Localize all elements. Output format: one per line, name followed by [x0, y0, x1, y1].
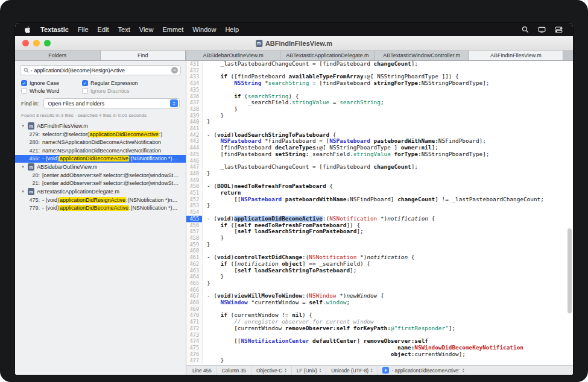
document-tab-abtextasticapplicationdelegate-m[interactable]: ABTextasticApplicationDelegate.m [280, 51, 375, 60]
find-scope-dropdown[interactable]: Open Files and Folders ▴▾ [43, 98, 180, 108]
code-line[interactable]: 442- (void)loadSearchStringToPasteboard … [186, 132, 573, 139]
code-line[interactable]: 463 [self loadSearchStringToPasteboard]; [186, 268, 573, 274]
apple-menu[interactable] [24, 26, 31, 34]
code-line[interactable]: 459} [186, 242, 573, 248]
code-line[interactable]: 464 } [186, 274, 573, 280]
close-button[interactable] [22, 40, 29, 46]
code-line[interactable]: 471 // unregister observer for current w… [186, 319, 573, 325]
result-match-row[interactable]: 280:name:NSApplicationDidBecomeActiveNot… [15, 139, 186, 147]
status-unicode-utf-8[interactable]: Unicode (UTF-8)▴▾ [326, 366, 378, 375]
minimize-button[interactable] [33, 40, 40, 46]
result-match-row[interactable]: 779:- (void)applicationDidBecomeActive:(… [15, 204, 186, 213]
code-line[interactable]: 434 NSString *searchString = [findPasteb… [186, 80, 573, 87]
code-line[interactable]: 436 if (searchString) { [186, 93, 573, 100]
menu-emmet[interactable]: Emmet [162, 26, 183, 33]
code-line[interactable]: 449 [186, 177, 573, 184]
code-line[interactable]: 475 name:NSWindowDidBecomeKeyNotificatio… [186, 345, 573, 351]
code-line[interactable]: 444 [findPasteboard declareTypes:@[ NSSt… [186, 145, 573, 151]
code-line[interactable]: 465} [186, 280, 573, 287]
code-line[interactable]: 467- (void)viewWillMoveToWindow:(NSWindo… [186, 293, 573, 299]
titlebar[interactable]: m ABFindInFilesView.m [15, 36, 573, 51]
code-line[interactable]: 431 _lastPasteboardChangeCount = [findPa… [186, 61, 573, 67]
disclosure-triangle-icon[interactable]: ▾ [21, 164, 25, 169]
code-line[interactable]: 447 _lastPasteboardChangeCount = [findPa… [186, 164, 573, 171]
code-line[interactable]: 455- (void)applicationDidBecomeActive:(N… [186, 216, 573, 222]
document-tab-abtextasticwindowcontroller-m[interactable]: ABTextasticWindowController.m [375, 51, 469, 60]
code-area[interactable]: 431 _lastPasteboardChangeCount = [findPa… [186, 61, 573, 365]
code-line[interactable]: 454 [186, 209, 573, 216]
result-match-row[interactable]: 421:name:NSApplicationDidBecomeActiveNot… [15, 146, 186, 155]
checkbox-regular-expression[interactable]: ✓ [82, 80, 88, 86]
code-line[interactable]: 450- (BOOL)needToRefreshFromPasteboard { [186, 183, 573, 190]
code-line[interactable]: 438 } [186, 106, 573, 113]
checkbox-whole-word[interactable] [21, 88, 27, 94]
code-line[interactable]: 474 [[NSNotificationCenter defaultCenter… [186, 338, 573, 345]
code-line[interactable]: 445 [findPasteboard setString:_searchFie… [186, 151, 573, 158]
code-line[interactable]: 452 [[NSPasteboard pasteboardWithName:NS… [186, 196, 573, 203]
code-line[interactable]: 456 if ([self needToRefreshFromPasteboar… [186, 222, 573, 229]
result-match-row[interactable]: 455:- (void)applicationDidBecomeActive:(… [15, 155, 186, 163]
code-line[interactable]: 441 [186, 125, 573, 132]
status-lf-unix[interactable]: LF (Unix)▴▾ [292, 366, 327, 375]
option-ignore-case[interactable]: ✓Ignore Case [21, 80, 80, 87]
code-line[interactable]: 476 object:currentWindow]; [186, 351, 573, 358]
option-regular-expression[interactable]: ✓Regular Expression [82, 80, 180, 87]
code-line[interactable]: 466 [186, 287, 573, 293]
menu-view[interactable]: View [139, 26, 154, 33]
clear-search-button[interactable]: × [171, 67, 178, 74]
code-line[interactable]: 461- (void)controlTextDidChange:(NSNotif… [186, 254, 573, 261]
code-line[interactable]: 457 [self loadSearchStringFromPasteboard… [186, 228, 573, 235]
code-line[interactable]: 469 [186, 306, 573, 313]
code-line[interactable]: 437 _searchField.stringValue = searchStr… [186, 99, 573, 106]
disclosure-triangle-icon[interactable]: ▾ [21, 189, 25, 194]
code-line[interactable]: 470 if (currentWindow != nil) { [186, 312, 573, 319]
code-line[interactable]: 433 if ([findPasteboard availableTypeFro… [186, 74, 573, 80]
search-icon[interactable] [520, 25, 530, 34]
code-line[interactable]: 458 } [186, 235, 573, 242]
search-input[interactable]: ▾ applicationDid(Become|Resign)Active × [20, 65, 181, 75]
code-line[interactable]: 468 NSWindow *currentWindow = self.windo… [186, 299, 573, 306]
status-objective-c[interactable]: Objective-C▴▾ [251, 366, 292, 375]
method-navigator[interactable]: F - applicationDidBecomeActive: ▴▾ [378, 366, 469, 375]
result-file-row[interactable]: ▾mABTextasticApplicationDelegate.m [15, 187, 186, 196]
document-tab-absidebaroutlineview-m[interactable]: ABSidebarOutlineView.m [186, 51, 280, 60]
result-file-row[interactable]: ▾mABFindInFilesView.m [15, 122, 186, 130]
menu-file[interactable]: File [78, 26, 89, 33]
result-file-row[interactable]: ▾mABSidebarOutlineView.m [15, 163, 186, 171]
vertical-scrollbar[interactable] [567, 228, 572, 313]
code-line[interactable]: 477 } [186, 357, 573, 364]
search-query-text[interactable]: applicationDid(Become|Resign)Active [34, 67, 169, 74]
code-line[interactable]: 446 [186, 158, 573, 164]
code-line[interactable]: 473 [186, 332, 573, 339]
result-match-row[interactable]: 279:selector:@selector(applicationDidBec… [15, 130, 186, 139]
control-center-icon[interactable] [554, 25, 563, 34]
disclosure-triangle-icon[interactable]: ▾ [21, 124, 25, 128]
menu-edit[interactable]: Edit [98, 26, 109, 33]
code-line[interactable]: 435 [186, 87, 573, 93]
code-line[interactable]: 439 } [186, 113, 573, 119]
zoom-button[interactable] [44, 40, 51, 46]
panel-tab-folders[interactable]: Folders [15, 51, 101, 60]
result-match-row[interactable]: 21:[center addObserver:self selector:@se… [15, 180, 186, 188]
result-match-row[interactable]: 20:[center addObserver:self selector:@se… [15, 171, 186, 180]
result-match-row[interactable]: 475:- (void)applicationDidResignActive:(… [15, 196, 186, 204]
code-line[interactable]: 472 [currentWindow removeObserver:self f… [186, 325, 573, 332]
display-icon[interactable] [537, 25, 546, 34]
code-line[interactable]: 432 [186, 67, 573, 74]
code-line[interactable]: 448} [186, 171, 573, 177]
option-whole-word[interactable]: Whole Word [21, 87, 80, 95]
code-line[interactable]: 460 [186, 248, 573, 254]
code-line[interactable]: 462 if ([notification object] == _search… [186, 261, 573, 268]
menu-window[interactable]: Window [192, 26, 216, 33]
code-line[interactable]: 451 return [186, 190, 573, 196]
document-tab-abfindinfilesview-m[interactable]: ABFindInFilesView.m [469, 51, 563, 60]
checkbox-ignore-case[interactable]: ✓ [21, 80, 27, 86]
code-line[interactable]: 440} [186, 119, 573, 125]
menu-help[interactable]: Help [225, 26, 239, 33]
search-scope-chevron-icon[interactable]: ▾ [31, 69, 33, 72]
code-line[interactable]: 443 NSPasteboard *findPasteboard = [NSPa… [186, 138, 573, 145]
code-line[interactable]: 453} [186, 202, 573, 209]
menu-text[interactable]: Text [118, 26, 130, 33]
panel-tab-find[interactable]: Find [101, 51, 186, 60]
app-menu[interactable]: Textastic [40, 26, 69, 33]
